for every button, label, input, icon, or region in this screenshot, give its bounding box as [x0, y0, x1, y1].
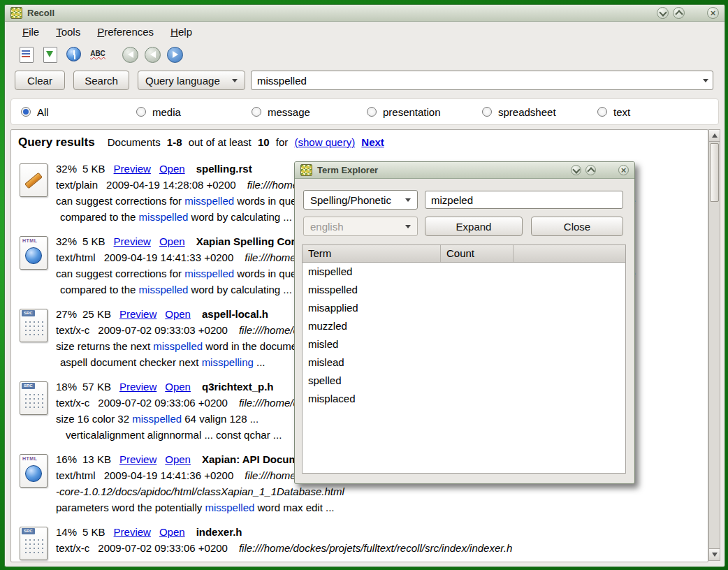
snippet-text: can suggest corrections for [56, 195, 184, 207]
highlighted-term: misspelled [184, 268, 234, 279]
term-input[interactable] [425, 191, 623, 209]
preview-link[interactable]: Preview [114, 235, 151, 247]
preview-link[interactable]: Preview [119, 453, 156, 465]
page-next-button[interactable] [167, 47, 183, 63]
snippet-text: verticalalignment alignnormal ... const … [66, 429, 282, 441]
open-link[interactable]: Open [165, 381, 191, 393]
window-titlebar[interactable]: Recoll × [5, 5, 725, 22]
column-header-filler [514, 245, 625, 262]
snippet-line: parameters word the potentially misspell… [56, 499, 559, 516]
maximize-button[interactable] [673, 7, 685, 19]
term-row[interactable]: misled [303, 335, 625, 353]
term-row[interactable]: mislead [303, 353, 625, 372]
query-dropdown-arrow[interactable] [699, 79, 713, 82]
filter-spreadsheet[interactable]: spreadsheet [482, 106, 597, 118]
menu-tools[interactable]: Tools [50, 24, 87, 40]
chevron-down-icon [572, 166, 580, 173]
dialog-window-controls: × [571, 165, 629, 175]
scrollbar-thumb[interactable] [710, 143, 719, 202]
menu-help[interactable]: Help [164, 24, 198, 40]
filter-message[interactable]: message [252, 106, 367, 118]
term-row[interactable]: misapplied [303, 299, 625, 317]
term-table-body: mispelledmisspelledmisappliedmuzzledmisl… [303, 263, 625, 408]
src-doc-icon [20, 381, 48, 415]
radio-icon [21, 107, 31, 117]
language-dropdown[interactable]: english [303, 217, 418, 236]
open-link[interactable]: Open [159, 163, 185, 175]
filter-text[interactable]: text [597, 106, 713, 118]
html-doc-icon [20, 236, 48, 270]
page-first-button[interactable] [122, 47, 138, 63]
menu-preferences[interactable]: Preferences [91, 24, 160, 40]
term-row[interactable]: mispelled [303, 263, 625, 281]
preview-link[interactable]: Preview [114, 526, 151, 538]
result-title: aspell-local.h [202, 308, 268, 320]
filter-label: All [37, 106, 49, 118]
dialog-shade-button[interactable] [571, 165, 581, 175]
results-title: Query results [18, 136, 95, 149]
query-language-dropdown[interactable]: Query language [138, 71, 245, 90]
spellcheck-abc-icon[interactable]: ABC [89, 45, 107, 64]
search-button[interactable]: Search [73, 71, 129, 90]
term-explorer-dialog: Term Explorer × Spelling/Phonetic englis… [294, 161, 635, 484]
result-meta-line: 14%5 KBPreviewOpenindexer.h [56, 524, 512, 540]
chevron-up-icon [587, 167, 595, 175]
snippet-text: compared to the [60, 284, 139, 295]
shade-button[interactable] [657, 7, 669, 19]
snippet-text: size 16 color 32 [56, 413, 132, 425]
clear-button[interactable]: Clear [15, 71, 65, 90]
documents-label: Documents [108, 136, 161, 148]
term-row[interactable]: misplaced [303, 390, 625, 408]
open-link[interactable]: Open [165, 308, 191, 320]
refresh-document-icon[interactable] [41, 45, 59, 64]
menu-file[interactable]: File [16, 24, 45, 40]
preview-link[interactable]: Preview [119, 308, 156, 320]
doc-date: 2009-07-02 09:33:06 +0200 [98, 542, 228, 554]
result-body: 14%5 KBPreviewOpenindexer.htext/x-c2009-… [56, 524, 512, 556]
term-row[interactable]: muzzled [303, 317, 625, 335]
dialog-close-action-button[interactable]: Close [531, 217, 623, 236]
edit-doc-icon [20, 163, 48, 197]
column-header-term[interactable]: Term [303, 245, 441, 262]
result-title: indexer.h [196, 526, 242, 538]
filter-media[interactable]: media [136, 106, 252, 118]
results-scrollbar[interactable] [708, 129, 720, 561]
radio-icon [367, 107, 377, 117]
scroll-up-button[interactable] [709, 130, 720, 142]
term-row[interactable]: misspelled [303, 281, 625, 299]
open-link[interactable]: Open [159, 235, 185, 247]
dialog-titlebar[interactable]: Term Explorer × [295, 162, 634, 179]
close-button[interactable]: × [707, 7, 719, 19]
snippet-text: size returns the next [56, 340, 153, 352]
term-table-header: Term Count [303, 245, 625, 263]
page-prev-button[interactable] [145, 47, 161, 63]
doc-url: file:///home/dockes/projets/fulltext/rec… [239, 542, 512, 554]
filter-all[interactable]: All [21, 106, 136, 118]
snippet-text: compared to the [60, 211, 139, 223]
dialog-close-button[interactable]: × [618, 165, 629, 175]
snippet-text: word by calculating ... [188, 284, 291, 295]
dialog-maximize-button[interactable] [585, 165, 596, 175]
expansion-mode-dropdown[interactable]: Spelling/Phonetic [303, 190, 418, 210]
scroll-down-button[interactable] [709, 548, 720, 560]
mime-type: text/plain [56, 179, 98, 191]
radio-icon [597, 107, 607, 117]
term-row[interactable]: spelled [303, 372, 625, 390]
next-link[interactable]: Next [361, 136, 384, 148]
open-link[interactable]: Open [165, 453, 191, 465]
file-size: 5 KB [82, 235, 105, 247]
open-link[interactable]: Open [159, 526, 185, 538]
show-query-link[interactable]: (show query) [294, 136, 355, 148]
erase-search-field-icon[interactable] [17, 45, 36, 64]
query-input[interactable] [252, 75, 699, 87]
documents-total: 10 [258, 136, 270, 148]
history-clock-icon[interactable] [65, 45, 83, 64]
filter-presentation[interactable]: presentation [367, 106, 482, 118]
html-doc-icon [20, 454, 48, 488]
relevance-percent: 27% [56, 308, 77, 320]
expand-button[interactable]: Expand [425, 217, 523, 236]
preview-link[interactable]: Preview [119, 381, 156, 393]
column-header-count[interactable]: Count [441, 245, 514, 262]
preview-link[interactable]: Preview [114, 163, 151, 175]
chevron-down-icon [232, 79, 238, 82]
